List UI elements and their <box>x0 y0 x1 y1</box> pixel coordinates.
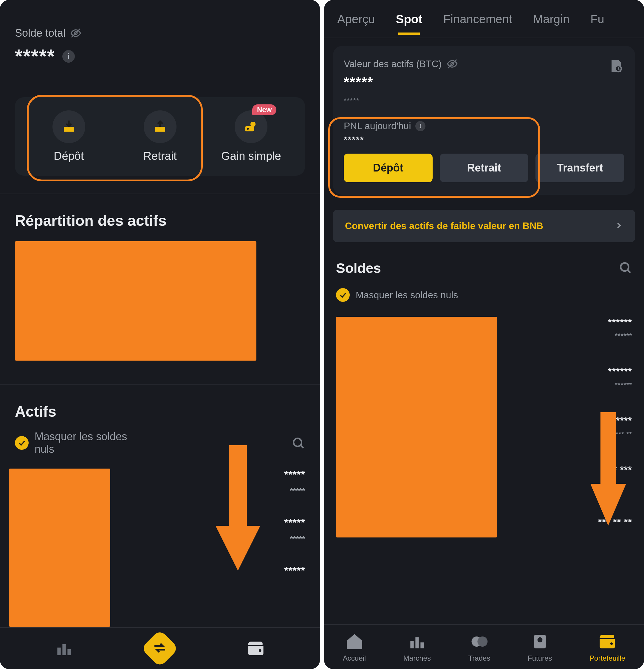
bal-4-amount: *** *** <box>598 465 632 475</box>
nav-wallet-label: Portefeuille <box>589 654 625 663</box>
chevron-right-icon <box>614 221 623 231</box>
deposit-button[interactable]: Dépôt <box>344 154 433 182</box>
convert-label: Convertir des actifs de faible valeur en… <box>345 220 543 231</box>
total-balance-label: Solde total <box>15 27 66 39</box>
deposit-label: Dépôt <box>54 150 84 162</box>
repartition-title: Répartition des actifs <box>15 212 305 229</box>
mask-null-row[interactable]: Masquer les soldes nuls <box>324 276 644 302</box>
earn-action[interactable]: New Gain simple <box>206 110 296 162</box>
bal-2-amount: ****** <box>598 366 632 377</box>
trades-icon <box>469 631 489 652</box>
svg-rect-2 <box>64 127 74 132</box>
asset-balances: ***** ***** ***** ***** ***** <box>284 469 305 577</box>
eye-off-icon[interactable] <box>70 27 82 39</box>
withdraw-icon <box>153 119 168 135</box>
check-icon <box>336 288 350 302</box>
earn-icon <box>243 118 259 135</box>
wallet-icon <box>597 631 617 652</box>
svg-rect-22 <box>415 637 419 649</box>
asset-value-label: Valeur des actifs (BTC) <box>344 58 442 70</box>
eye-off-icon[interactable] <box>446 58 458 70</box>
deposit-icon <box>61 119 76 135</box>
repartition-section: Répartition des actifs <box>0 194 320 367</box>
nav-futures-label: Futures <box>528 654 552 663</box>
svg-marker-10 <box>216 526 260 571</box>
convert-banner[interactable]: Convertir des actifs de faible valeur en… <box>333 210 635 242</box>
mask-null-label: Masquer les soldes nuls <box>356 289 458 301</box>
tab-margin[interactable]: Margin <box>533 13 570 34</box>
soldes-title: Soldes <box>336 260 381 276</box>
mask-null-label: Masquer les soldes nuls <box>34 430 130 455</box>
asset-1-fiat: ***** <box>284 486 305 496</box>
info-icon[interactable]: i <box>62 50 75 63</box>
bal-1-amount: ****** <box>598 317 632 328</box>
spot-actions: Dépôt Retrait Transfert <box>344 154 624 182</box>
pnl-value: ***** <box>344 134 624 145</box>
nav-wallet[interactable] <box>246 638 266 658</box>
svg-rect-12 <box>62 644 66 655</box>
bars-icon <box>407 631 427 652</box>
annotation-arrow <box>216 445 260 571</box>
asset-2-fiat: ***** <box>284 535 305 544</box>
balance-header: Solde total ***** i <box>0 0 320 79</box>
nav-home[interactable]: Accueil <box>343 631 366 663</box>
svg-point-4 <box>251 122 256 127</box>
withdraw-button[interactable]: Retrait <box>440 154 529 182</box>
withdraw-action[interactable]: Retrait <box>115 110 205 162</box>
search-icon[interactable] <box>618 261 632 275</box>
svg-rect-11 <box>57 647 60 655</box>
svg-rect-21 <box>410 641 414 649</box>
asset-list-area: ***** ***** ***** ***** ***** <box>0 461 320 627</box>
asset-value-fiat: ***** <box>344 97 624 104</box>
spot-summary-card: Valeur des actifs (BTC) ***** ***** PNL … <box>333 46 635 195</box>
svg-point-25 <box>478 637 488 646</box>
svg-point-27 <box>537 637 542 642</box>
wallet-tabs: Aperçu Spot Financement Margin Fu <box>324 0 644 38</box>
bal-3-fiat: *** ** <box>598 430 632 438</box>
tab-futures-partial[interactable]: Fu <box>590 13 604 34</box>
nav-markets[interactable] <box>54 638 74 658</box>
history-icon[interactable] <box>608 58 624 74</box>
nav-wallet[interactable]: Portefeuille <box>589 631 625 663</box>
balances-values: ****** ****** ****** ****** ****** *** *… <box>598 317 632 528</box>
bal-2-fiat: ****** <box>598 381 632 389</box>
deposit-action[interactable]: Dépôt <box>24 110 114 162</box>
left-screen: Solde total ***** i Dépôt <box>0 0 320 669</box>
search-icon[interactable] <box>291 436 305 450</box>
tab-overview[interactable]: Aperçu <box>337 13 375 34</box>
bal-5-amount: *** ** ** <box>598 516 632 528</box>
asset-value-amount: ***** <box>344 74 624 90</box>
soldes-header: Soldes <box>324 242 644 276</box>
svg-point-17 <box>621 263 629 271</box>
svg-rect-13 <box>67 649 71 655</box>
svg-line-8 <box>301 445 303 448</box>
svg-rect-3 <box>155 127 165 132</box>
right-screen: Aperçu Spot Financement Margin Fu Valeur… <box>324 0 644 669</box>
svg-point-6 <box>247 128 249 130</box>
trade-diamond-icon <box>141 629 179 667</box>
tab-funding[interactable]: Financement <box>443 13 512 34</box>
home-icon <box>344 631 364 652</box>
nav-trades-label: Trades <box>468 654 490 663</box>
nav-trade[interactable] <box>146 635 173 662</box>
chart-redacted-block <box>15 241 256 360</box>
bottom-nav <box>0 627 320 669</box>
balances-redacted-block <box>336 317 497 538</box>
new-badge: New <box>252 104 276 115</box>
check-icon[interactable] <box>15 436 29 450</box>
futures-icon <box>530 631 550 652</box>
info-icon[interactable]: ! <box>415 121 426 131</box>
bars-icon <box>54 638 74 658</box>
asset-redacted-block <box>9 469 110 627</box>
nav-futures[interactable]: Futures <box>528 631 552 663</box>
svg-line-18 <box>628 270 631 273</box>
nav-trades[interactable]: Trades <box>468 631 490 663</box>
pnl-label: PNL aujourd'hui <box>344 120 411 131</box>
tab-spot[interactable]: Spot <box>396 13 423 34</box>
nav-markets-label: Marchés <box>403 654 431 663</box>
wallet-icon <box>246 638 266 658</box>
transfer-button[interactable]: Transfert <box>535 154 624 182</box>
svg-rect-23 <box>420 642 424 649</box>
nav-markets[interactable]: Marchés <box>403 631 431 663</box>
total-balance-value: ***** <box>15 45 55 67</box>
